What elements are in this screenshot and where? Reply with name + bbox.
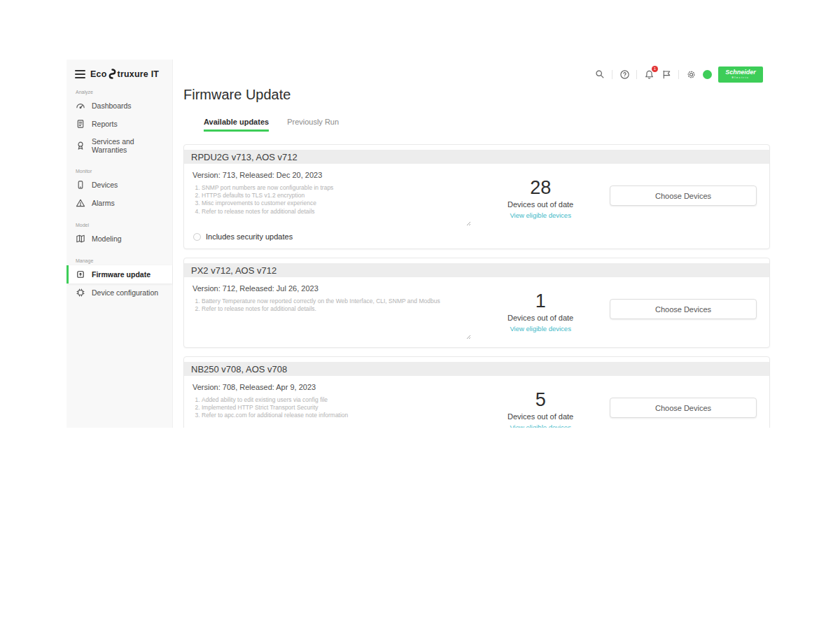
- devices-out-of-date-count: 1: [536, 290, 546, 312]
- card-body: Version: 713, Released: Dec 20, 2023 SNM…: [184, 164, 769, 227]
- warning-triangle-icon: [76, 198, 85, 208]
- card-title: NB250 v708, AOS v708: [184, 362, 769, 376]
- firmware-cards-list: RPDU2G v713, AOS v712 Version: 713, Rele…: [183, 144, 770, 428]
- sidebar-section-analyze: Analyze: [76, 90, 172, 94]
- feedback-flag-icon[interactable]: [661, 69, 672, 80]
- release-note: Battery Temperature now reported correct…: [202, 298, 471, 305]
- sidebar-item-devices[interactable]: Devices: [66, 176, 172, 194]
- card-actions: Choose Devices: [610, 299, 769, 319]
- release-note: HTTPS defaults to TLS v1.2 encryption: [202, 192, 471, 200]
- choose-devices-button[interactable]: Choose Devices: [610, 186, 757, 206]
- tab-previously-run[interactable]: Previously Run: [287, 118, 339, 132]
- sidebar-item-label: Devices: [92, 181, 118, 189]
- card-actions: Choose Devices: [610, 186, 769, 206]
- sidebar-item-label: Device configuration: [92, 288, 158, 297]
- sidebar-section-manage: Manage: [76, 258, 172, 263]
- release-notes-column: Version: 713, Released: Dec 20, 2023 SNM…: [191, 164, 471, 227]
- sidebar-item-modeling[interactable]: Modeling: [66, 230, 172, 248]
- sidebar-header: Eco truxure IT: [66, 59, 172, 79]
- firmware-card-nb250: NB250 v708, AOS v708 Version: 708, Relea…: [183, 356, 770, 428]
- release-note: Misc improvements to customer experience: [202, 200, 471, 207]
- release-notes-list: SNMP port numbers are now configurable i…: [193, 184, 471, 216]
- security-updates-row: Includes security updates: [184, 227, 769, 248]
- devices-stats: 5 Devices out of date View eligible devi…: [471, 389, 610, 428]
- sidebar-item-label: Alarms: [92, 199, 115, 207]
- sidebar-section-model: Model: [76, 223, 172, 227]
- view-eligible-devices-link[interactable]: View eligible devices: [510, 211, 571, 219]
- sidebar-item-label: Dashboards: [92, 102, 132, 110]
- main-content: 1 Schneider Electric Firmware Update Ava…: [173, 59, 774, 428]
- version-line: Version: 712, Released: Jul 26, 2023: [192, 284, 471, 293]
- card-actions: Choose Devices: [610, 398, 769, 418]
- schneider-logo-line1: Schneider: [725, 69, 756, 76]
- version-line: Version: 708, Released: Apr 9, 2023: [192, 383, 471, 391]
- page-title: Firmware Update: [183, 87, 774, 103]
- choose-devices-button[interactable]: Choose Devices: [610, 398, 757, 418]
- view-eligible-devices-link[interactable]: View eligible devices: [510, 424, 571, 428]
- card-title: RPDU2G v713, AOS v712: [184, 150, 769, 164]
- sidebar-item-label: Modeling: [92, 234, 122, 243]
- release-notes-list: Battery Temperature now reported correct…: [193, 298, 471, 313]
- card-body: Version: 712, Released: Jul 26, 2023 Bat…: [184, 277, 769, 341]
- reports-icon: [76, 119, 85, 129]
- search-icon[interactable]: [594, 69, 606, 80]
- sidebar-item-label: Reports: [92, 120, 118, 128]
- sidebar-item-services-warranties[interactable]: Services and Warranties: [66, 133, 172, 158]
- card-body: Version: 708, Released: Apr 9, 2023 Adde…: [184, 376, 769, 428]
- firmware-update-icon: [76, 270, 85, 279]
- release-notes-column: Version: 708, Released: Apr 9, 2023 Adde…: [191, 376, 471, 428]
- notifications-bell-icon[interactable]: 1: [643, 69, 654, 80]
- dashboards-icon: [76, 101, 85, 111]
- schneider-electric-logo: Schneider Electric: [718, 66, 763, 83]
- textarea-resize-handle-icon[interactable]: [466, 335, 471, 340]
- view-eligible-devices-link[interactable]: View eligible devices: [510, 325, 571, 332]
- release-notes-textarea[interactable]: SNMP port numbers are now configurable i…: [191, 184, 471, 227]
- textarea-resize-handle-icon[interactable]: [466, 221, 471, 226]
- tab-available-updates[interactable]: Available updates: [204, 118, 269, 132]
- sidebar-item-label: Firmware update: [92, 270, 150, 279]
- user-avatar[interactable]: [703, 70, 712, 79]
- devices-out-of-date-count: 5: [536, 389, 546, 411]
- devices-stats: 28 Devices out of date View eligible dev…: [471, 177, 610, 219]
- firmware-card-px2: PX2 v712, AOS v712 Version: 712, Release…: [183, 258, 770, 348]
- devices-out-of-date-label: Devices out of date: [507, 200, 573, 209]
- devices-out-of-date-label: Devices out of date: [507, 314, 573, 322]
- sidebar-item-firmware-update[interactable]: Firmware update: [66, 265, 172, 284]
- sidebar-item-device-configuration[interactable]: Device configuration: [66, 284, 172, 302]
- card-title: PX2 v712, AOS v712: [184, 263, 769, 277]
- release-note: Added ability to edit existing users via…: [202, 396, 471, 404]
- choose-devices-button[interactable]: Choose Devices: [610, 299, 757, 319]
- logo-text-eco: Eco: [90, 69, 107, 79]
- release-notes-textarea[interactable]: Added ability to edit existing users via…: [191, 396, 471, 428]
- includes-security-updates-label: Includes security updates: [206, 232, 293, 241]
- map-icon: [76, 234, 85, 244]
- topbar-divider: [678, 70, 679, 79]
- notification-badge: 1: [652, 66, 658, 72]
- version-line: Version: 713, Released: Dec 20, 2023: [192, 171, 471, 179]
- release-note: SNMP port numbers are now configurable i…: [202, 184, 471, 192]
- settings-gear-icon[interactable]: [685, 69, 696, 80]
- schneider-logo-line2: Electric: [732, 76, 749, 79]
- sidebar-item-label: Services and Warranties: [92, 137, 169, 154]
- sidebar-item-reports[interactable]: Reports: [66, 115, 172, 133]
- sidebar-item-alarms[interactable]: Alarms: [66, 194, 172, 212]
- topbar-divider: [636, 70, 637, 79]
- sidebar-section-monitor: Monitor: [76, 169, 172, 174]
- ecostruxure-logo: Eco truxure IT: [90, 69, 159, 79]
- tab-bar: Available updates Previously Run: [204, 118, 774, 132]
- devices-out-of-date-label: Devices out of date: [507, 412, 573, 421]
- help-icon[interactable]: [619, 69, 630, 80]
- release-notes-column: Version: 712, Released: Jul 26, 2023 Bat…: [191, 277, 471, 341]
- app-window: Eco truxure IT Analyze Dashboards Report…: [66, 59, 774, 428]
- sidebar-item-dashboards[interactable]: Dashboards: [66, 97, 172, 115]
- includes-security-updates-checkbox[interactable]: [193, 233, 201, 241]
- topbar: 1 Schneider Electric: [173, 59, 774, 82]
- release-notes-textarea[interactable]: Battery Temperature now reported correct…: [191, 298, 471, 341]
- topbar-divider: [612, 70, 612, 79]
- device-configuration-icon: [76, 288, 85, 298]
- release-note: Implemented HTTP Strict Transport Securi…: [202, 404, 471, 412]
- release-note: Refer to release notes for additional de…: [202, 305, 471, 313]
- devices-out-of-date-count: 28: [530, 177, 551, 199]
- release-note: Refer to apc.com for additional release …: [202, 412, 471, 419]
- hamburger-menu-icon[interactable]: [75, 70, 85, 78]
